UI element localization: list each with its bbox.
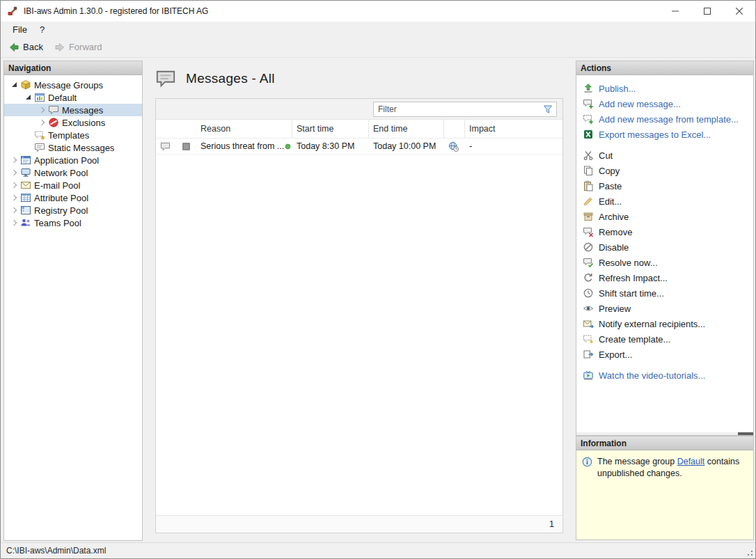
action-label: Publish... (599, 84, 636, 94)
expander-collapsed-icon[interactable] (36, 117, 47, 128)
action-copy[interactable]: Copy (576, 163, 753, 178)
teams-pool-icon (20, 217, 31, 228)
expander-collapsed-icon[interactable] (8, 217, 19, 228)
action-add-new-message[interactable]: Add new message... (576, 96, 753, 111)
tree-item-default[interactable]: Default (4, 91, 142, 104)
action-label: Archive (599, 212, 629, 222)
action-label: Add new message from template... (599, 114, 739, 125)
resolve-icon (583, 257, 594, 268)
tree-item-message-groups[interactable]: Message Groups (4, 79, 142, 91)
maximize-icon (704, 8, 711, 15)
expander-collapsed-icon[interactable] (8, 205, 19, 216)
action-resolve-now[interactable]: Resolve now... (576, 255, 753, 270)
actions-horizontal-scrollbar[interactable] (576, 432, 753, 435)
video-icon (583, 370, 594, 381)
action-archive[interactable]: Archive (576, 209, 753, 224)
menu-file[interactable]: File (6, 23, 33, 36)
action-refresh-impact[interactable]: Refresh Impact... (576, 270, 753, 285)
message-groups-icon (20, 79, 31, 90)
attribute-pool-icon (20, 192, 31, 203)
cell-impact-icon (444, 139, 465, 154)
minimize-button[interactable] (659, 1, 691, 22)
action-edit[interactable]: Edit... (576, 194, 753, 209)
tree-item-label: Teams Pool (34, 218, 81, 228)
tree-item-teams-pool[interactable]: Teams Pool (4, 216, 142, 229)
refresh-icon (583, 272, 594, 283)
tree-item-application-pool[interactable]: Application Pool (4, 154, 142, 166)
tree-item-static-messages[interactable]: Static Messages (4, 141, 142, 154)
action-paste[interactable]: Paste (576, 178, 753, 194)
tree-item-registry-pool[interactable]: Registry Pool (4, 204, 142, 216)
column-start-time[interactable]: Start time (292, 120, 369, 138)
navigation-header: Navigation (4, 61, 142, 75)
action-create-template[interactable]: Create template... (576, 331, 753, 347)
column-end-time[interactable]: End time (369, 120, 444, 138)
action-label: Create template... (599, 334, 670, 345)
table-footer: 1 (156, 515, 562, 533)
app-icon (7, 6, 18, 17)
row-count: 1 (549, 519, 554, 529)
tree-item-messages[interactable]: Messages (4, 104, 142, 116)
cell-reason: Serious threat from ... (196, 139, 292, 154)
action-preview[interactable]: Preview (576, 301, 753, 316)
expander-collapsed-icon[interactable] (8, 155, 19, 166)
expander-expanded-icon[interactable] (22, 92, 33, 103)
column-reason[interactable]: Reason (196, 120, 292, 138)
resize-grip-icon[interactable] (744, 547, 753, 556)
expander-collapsed-icon[interactable] (36, 104, 47, 116)
window-title: IBI-aws Admin 1.30.0 - registered for IB… (24, 6, 208, 16)
email-pool-icon (20, 180, 31, 191)
disable-icon (583, 242, 594, 253)
action-remove[interactable]: Remove (576, 224, 753, 239)
table-row[interactable]: Serious threat from ... Today 8:30 PM To… (156, 139, 562, 155)
tree-item-exclusions[interactable]: Exclusions (4, 116, 142, 129)
information-panel: Information The message group Default co… (576, 436, 754, 540)
excel-icon (583, 129, 594, 140)
expander-collapsed-icon[interactable] (8, 192, 19, 203)
action-cut[interactable]: Cut (576, 148, 753, 163)
action-publish[interactable]: Publish... (576, 81, 753, 96)
scrollbar-thumb[interactable] (738, 432, 753, 435)
expander-collapsed-icon[interactable] (8, 180, 19, 191)
tree-item-network-pool[interactable]: Network Pool (4, 166, 142, 179)
action-shift-start-time[interactable]: Shift start time... (576, 285, 753, 301)
action-notify-external-recipients[interactable]: Notify external recipients... (576, 316, 753, 331)
status-square-icon (181, 141, 191, 152)
app-window: IBI-aws Admin 1.30.0 - registered for IB… (0, 0, 756, 559)
information-text: The message group Default contains unpub… (597, 456, 748, 479)
action-disable[interactable]: Disable (576, 239, 753, 255)
tree-item-email-pool[interactable]: E-mail Pool (4, 179, 142, 191)
paste-icon (583, 180, 594, 191)
action-label: Export... (599, 349, 632, 360)
tree-item-label: Templates (48, 130, 89, 141)
tree-item-templates[interactable]: Templates (4, 129, 142, 141)
back-button[interactable]: Back (8, 42, 43, 53)
expander-expanded-icon[interactable] (8, 79, 19, 90)
menu-help[interactable]: ? (33, 23, 51, 36)
tree-item-label: Network Pool (34, 168, 88, 178)
green-state-icon (284, 143, 292, 150)
filter-input[interactable] (374, 104, 542, 114)
reason-text: Serious threat from ... (200, 141, 284, 151)
filter-funnel-icon[interactable] (542, 104, 554, 115)
filter-box (373, 102, 557, 117)
application-pool-icon (20, 155, 31, 166)
close-button[interactable] (723, 1, 755, 22)
action-export-messages-to-excel[interactable]: Export messages to Excel... (576, 127, 753, 142)
forward-button[interactable]: Forward (54, 42, 102, 53)
messages-icon (48, 104, 59, 116)
messages-list-card: Reason Start time End time Impact Seriou… (155, 98, 563, 533)
column-impact-icon (444, 120, 465, 138)
action-label: Watch the video-tutorials... (599, 370, 705, 381)
tree-item-attribute-pool[interactable]: Attribute Pool (4, 191, 142, 204)
cell-end-time: Today 10:00 PM (369, 139, 444, 154)
maximize-button[interactable] (691, 1, 723, 22)
action-add-new-message-from-template[interactable]: Add new message from template... (576, 111, 753, 127)
expander-collapsed-icon[interactable] (8, 167, 19, 178)
navigation-panel: Navigation Message Groups Default Messag… (3, 61, 143, 541)
action-watch-video-tutorials[interactable]: Watch the video-tutorials... (576, 368, 753, 383)
default-group-link[interactable]: Default (677, 457, 705, 466)
column-impact[interactable]: Impact (465, 120, 562, 138)
action-export[interactable]: Export... (576, 347, 753, 362)
menu-bar: File ? (1, 22, 755, 37)
